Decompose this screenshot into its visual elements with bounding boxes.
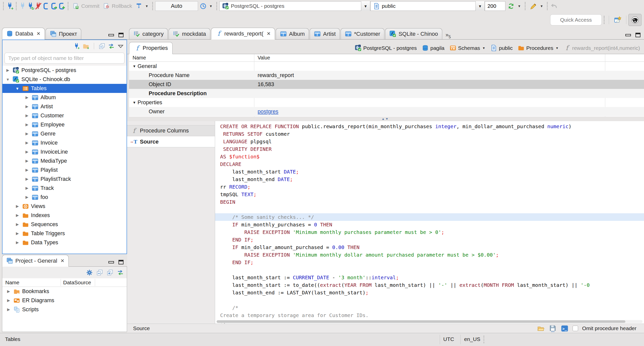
open-file-icon[interactable] xyxy=(537,325,545,332)
chevron-collapsed-icon[interactable]: ▶ xyxy=(15,204,20,209)
transaction-jump-icon[interactable] xyxy=(50,2,58,10)
tree-item-table-triggers[interactable]: ▶Table Triggers xyxy=(3,229,127,238)
undo-icon[interactable] xyxy=(550,2,558,10)
property-value-link[interactable]: postgres xyxy=(258,109,278,115)
breadcrumb-item-public[interactable]: public xyxy=(490,45,513,51)
toolbar-grip[interactable] xyxy=(547,2,548,10)
chevron-expanded-icon[interactable]: ▼ xyxy=(15,86,20,91)
minimize-icon[interactable] xyxy=(108,34,114,36)
chevron-collapsed-icon[interactable]: ▶ xyxy=(6,298,11,303)
reconnect-icon[interactable]: ↻ xyxy=(27,2,34,10)
project-item-er-diagrams[interactable]: ▶ER Diagrams xyxy=(2,296,127,305)
chevron-collapsed-icon[interactable]: ▶ xyxy=(15,231,20,236)
editor-tab-album[interactable]: Album xyxy=(276,28,309,39)
panel-tab-source[interactable]: ‹›TSource xyxy=(127,136,215,147)
tree-item-postgresql-postgres[interactable]: ▶PostgreSQL - postgres xyxy=(3,66,127,75)
transaction-filter-button[interactable]: ▼ xyxy=(134,1,150,11)
toolbar-grip[interactable] xyxy=(604,16,605,24)
source-code[interactable]: CREATE OR REPLACE FUNCTION public.reward… xyxy=(215,123,644,319)
transaction-log-icon[interactable] xyxy=(42,2,50,10)
new-connection-icon[interactable]: + xyxy=(73,43,80,50)
panel-tab-procedure-columns[interactable]: fProcedure Columns xyxy=(127,125,215,136)
chevron-collapsed-icon[interactable]: ▶ xyxy=(6,307,11,312)
editor-tab--customer[interactable]: *Customer xyxy=(341,28,384,39)
status-locale[interactable]: en_US xyxy=(464,336,480,342)
chevron-collapsed-icon[interactable]: ▶ xyxy=(24,122,30,127)
tree-item-foo[interactable]: ▶foo xyxy=(3,193,127,202)
tree-item-playlist[interactable]: ▶Playlist xyxy=(3,165,127,175)
rollback-button[interactable]: Rollback xyxy=(101,1,134,11)
chevron-collapsed-icon[interactable]: ▶ xyxy=(15,240,20,245)
toolbar-grip[interactable] xyxy=(525,2,526,10)
chevron-collapsed-icon[interactable]: ▶ xyxy=(24,195,30,199)
property-row[interactable]: ▼Properties xyxy=(129,98,644,107)
horizontal-scrollbar[interactable] xyxy=(217,320,642,323)
project-item-scripts[interactable]: ▶Scripts xyxy=(2,305,127,314)
toolbar-grip[interactable] xyxy=(152,2,153,10)
chevron-collapsed-icon[interactable]: ▶ xyxy=(24,186,30,190)
property-row[interactable]: Ownerpostgres xyxy=(129,107,644,116)
tab-overflow-button[interactable]: »5 xyxy=(443,31,452,39)
tree-item-sqlite-chinook-db[interactable]: ▼SQLite - Chinook.db xyxy=(3,75,127,84)
column-datasource[interactable]: DataSource xyxy=(63,280,91,286)
breadcrumb-item-schemas[interactable]: Schemas▼ xyxy=(450,45,485,51)
object-filter-input[interactable] xyxy=(5,53,125,64)
source-viewer[interactable]: CREATE OR REPLACE FUNCTION public.reward… xyxy=(215,121,644,324)
tree-item-invoice[interactable]: ▶Invoice xyxy=(3,138,127,147)
tree-item-invoiceline[interactable]: ▶InvoiceLine xyxy=(3,147,127,156)
open-perspective-button[interactable] xyxy=(611,14,624,26)
chevron-collapsed-icon[interactable]: ▶ xyxy=(6,289,11,294)
toolbar-grip[interactable] xyxy=(216,2,217,10)
chevron-collapsed-icon[interactable]: ▶ xyxy=(24,150,30,154)
maximize-icon[interactable] xyxy=(635,33,640,37)
tab-project-general[interactable]: Project - General ✕ xyxy=(2,255,69,267)
transaction-add-icon[interactable] xyxy=(58,2,66,10)
chevron-collapsed-icon[interactable]: ▶ xyxy=(24,159,30,163)
tree-item-views[interactable]: ▶Views xyxy=(3,202,127,211)
chevron-collapsed-icon[interactable]: ▶ xyxy=(24,141,30,145)
tree-item-mediatype[interactable]: ▶MediaType xyxy=(3,156,127,165)
edit-button[interactable]: ▼ xyxy=(528,1,545,11)
link-editor-icon[interactable] xyxy=(117,269,124,276)
disconnect-icon[interactable] xyxy=(34,2,42,10)
sash-collapse-icon[interactable]: ▲▼ xyxy=(382,117,389,121)
grid-column-name[interactable]: Name xyxy=(133,55,146,61)
chevron-collapsed-icon[interactable]: ▶ xyxy=(5,68,11,73)
group-expand-icon[interactable]: ▼ xyxy=(133,64,136,68)
connection-combo-arrow[interactable]: ▼ xyxy=(361,1,370,11)
collapse-all-icon[interactable] xyxy=(96,269,103,276)
sql-console-icon[interactable]: >_ xyxy=(561,325,569,332)
schema-combo-arrow[interactable]: ▼ xyxy=(475,1,485,11)
chevron-collapsed-icon[interactable]: ▶ xyxy=(24,177,30,181)
chevron-collapsed-icon[interactable]: ▶ xyxy=(15,213,20,218)
tree-item-employee[interactable]: ▶Employee xyxy=(3,120,127,129)
connect-icon[interactable] xyxy=(19,2,27,10)
chevron-collapsed-icon[interactable]: ▶ xyxy=(24,113,30,118)
toolbar-grip[interactable] xyxy=(16,2,17,10)
commit-button[interactable]: Commit xyxy=(71,1,101,11)
chevron-collapsed-icon[interactable]: ▶ xyxy=(24,168,30,172)
breadcrumb-item-postgresql-postgres[interactable]: PostgreSQL - postgres xyxy=(355,45,417,51)
sidebar-tab-0[interactable]: Databa✕ xyxy=(2,28,45,40)
fetch-size-input[interactable] xyxy=(485,1,505,11)
property-row[interactable]: Procedure Namerewards_report xyxy=(129,71,644,80)
link-editor-icon[interactable] xyxy=(108,43,115,50)
chevron-collapsed-icon[interactable]: ▶ xyxy=(24,104,30,109)
property-row[interactable]: Procedure Description xyxy=(129,89,644,98)
status-timezone[interactable]: UTC xyxy=(443,336,454,342)
gear-icon[interactable] xyxy=(86,269,93,276)
expand-all-icon[interactable] xyxy=(107,269,113,276)
save-icon[interactable] xyxy=(549,325,557,332)
chevron-collapsed-icon[interactable]: ▶ xyxy=(15,222,20,227)
chevron-down-icon[interactable]: ▼ xyxy=(482,46,485,50)
close-icon[interactable]: ✕ xyxy=(36,31,41,37)
tree-item-sequences[interactable]: ▶Sequences xyxy=(3,220,127,229)
tree-item-genre[interactable]: ▶Genre xyxy=(3,129,127,138)
editor-tab-sqlite-chinoo[interactable]: SQLite - Chinoo xyxy=(385,28,442,39)
editor-tab-category[interactable]: category xyxy=(129,28,168,39)
tree-item-indexes[interactable]: ▶Indexes xyxy=(3,211,127,220)
scrollbar-thumb[interactable] xyxy=(217,320,625,323)
splitter-sash[interactable]: ▲▼ xyxy=(127,117,644,121)
chevron-collapsed-icon[interactable]: ▶ xyxy=(24,95,30,100)
property-row[interactable]: Object ID16,583 xyxy=(129,80,644,89)
